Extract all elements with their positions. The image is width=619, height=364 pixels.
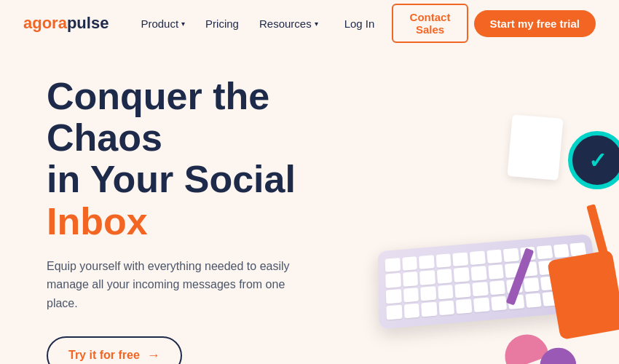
contact-sales-button[interactable]: Contact Sales — [392, 4, 468, 43]
nav-item-pricing[interactable]: Pricing — [197, 12, 248, 36]
logo-pulse: pulse — [67, 14, 109, 33]
check-icon: ✓ — [588, 148, 607, 173]
chevron-down-icon: ▾ — [315, 20, 318, 28]
nav-item-product[interactable]: Product ▾ — [132, 12, 194, 36]
nav-links: Product ▾ Pricing Resources ▾ — [132, 12, 326, 36]
navbar: agora pulse Product ▾ Pricing Resources … — [0, 0, 619, 47]
hero-subtext: Equip yourself with everything needed to… — [47, 257, 294, 313]
hero-content: Conquer the Chaos in Your Social Inbox E… — [47, 76, 382, 364]
arrow-icon: → — [147, 348, 160, 363]
headline-line1: Conquer the Chaos — [47, 75, 269, 159]
clock-illustration: ✓ — [568, 131, 619, 189]
nav-item-resources[interactable]: Resources ▾ — [251, 12, 327, 36]
nav-right: Log In Contact Sales Start my free trial — [333, 4, 596, 43]
white-box-illustration — [507, 114, 563, 181]
logo[interactable]: agora pulse — [23, 14, 109, 33]
headline-line2: in Your Social — [47, 158, 296, 200]
main-section: Conquer the Chaos in Your Social Inbox E… — [0, 47, 619, 364]
logo-agora: agora — [23, 14, 67, 33]
start-trial-button[interactable]: Start my free trial — [474, 10, 596, 37]
try-free-button[interactable]: Try it for free → — [47, 336, 182, 364]
chevron-down-icon: ▾ — [181, 20, 185, 28]
headline-accent: Inbox — [47, 200, 148, 242]
login-button[interactable]: Log In — [333, 12, 387, 36]
cta-label: Try it for free — [68, 349, 140, 362]
hero-headline: Conquer the Chaos in Your Social Inbox — [47, 76, 382, 242]
